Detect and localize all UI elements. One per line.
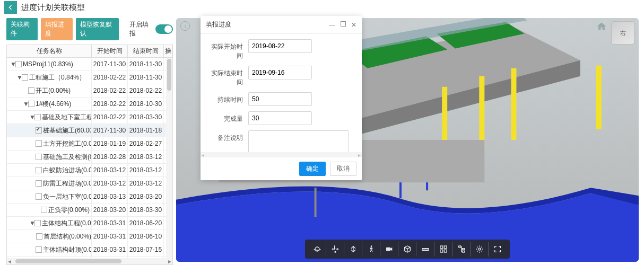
modal-maximize[interactable] bbox=[341, 21, 346, 26]
input-duration[interactable] bbox=[248, 92, 312, 106]
input-start-date[interactable] bbox=[248, 39, 312, 53]
row-start: 2018-03-31 bbox=[92, 243, 128, 256]
row-checkbox[interactable] bbox=[36, 127, 42, 134]
table-row[interactable]: 负一层地下室(0.00%)2018-03-132018-03-20 bbox=[7, 190, 172, 204]
table-row[interactable]: 白蚁防治进场(0.00%)2018-03-122018-03-12 bbox=[7, 164, 172, 177]
row-start: 2018-03-31 bbox=[92, 217, 128, 229]
row-end: 2018-03-30 bbox=[128, 111, 164, 123]
row-checkbox[interactable] bbox=[36, 233, 42, 240]
row-start: 2018-03-12 bbox=[92, 177, 128, 190]
table-row[interactable]: 桩基础施工(60.00%)2017-11-302018-01-18 bbox=[7, 124, 172, 137]
row-checkbox[interactable] bbox=[28, 87, 34, 94]
row-checkbox[interactable] bbox=[28, 101, 34, 107]
tool-fullscreen[interactable] bbox=[489, 242, 507, 257]
row-end: 2018-02-27 bbox=[128, 137, 164, 150]
svg-point-18 bbox=[315, 247, 319, 251]
tool-tree[interactable] bbox=[452, 242, 471, 257]
table-row[interactable]: 正负零(0.00%)2018-03-202018-03-30 bbox=[7, 204, 172, 217]
row-label: 基础及地下室工程(24.19%) bbox=[42, 113, 92, 122]
tool-settings[interactable] bbox=[471, 242, 489, 257]
table-row[interactable]: 开工(0.00%)2018-02-222018-02-22 bbox=[7, 84, 172, 98]
report-switch[interactable] bbox=[155, 24, 173, 34]
table-row[interactable]: 土方开挖施工(0.00%)2018-01-192018-02-27 bbox=[7, 137, 172, 151]
row-start: 2017-11-30 bbox=[92, 124, 128, 137]
input-done[interactable] bbox=[248, 111, 312, 125]
row-label: 土方开挖施工(0.00%) bbox=[43, 139, 92, 148]
input-note[interactable] bbox=[248, 130, 349, 152]
view-cube[interactable]: 右 bbox=[611, 21, 634, 45]
row-toggle[interactable]: ▼ bbox=[23, 100, 28, 108]
tool-orbit[interactable] bbox=[308, 242, 326, 257]
row-checkbox[interactable] bbox=[36, 167, 42, 173]
modal-hscroll[interactable]: ◂▸ bbox=[201, 152, 362, 157]
table-row[interactable]: 首层结构(0.00%)2018-03-312018-06-10 bbox=[7, 230, 172, 243]
table-row[interactable]: 防雷工程进场(0.00%)2018-03-122018-03-12 bbox=[7, 177, 172, 190]
back-button[interactable] bbox=[4, 1, 17, 14]
row-toggle[interactable]: ▼ bbox=[29, 113, 34, 121]
row-start: 2018-02-28 bbox=[92, 151, 128, 163]
grid-hscroll[interactable]: ◂ ▸ bbox=[7, 258, 172, 264]
row-label: 负一层地下室(0.00%) bbox=[43, 192, 92, 201]
table-row[interactable]: ▼工程施工（0.84%）2018-02-222018-11-30 bbox=[7, 71, 172, 84]
modal-cancel[interactable]: 取消 bbox=[330, 162, 356, 176]
row-label: 白蚁防治进场(0.00%) bbox=[43, 166, 92, 175]
svg-rect-23 bbox=[444, 246, 447, 249]
btn-associate[interactable]: 关联构件 bbox=[6, 18, 38, 40]
row-checkbox[interactable] bbox=[36, 193, 42, 200]
tool-zoom[interactable] bbox=[344, 242, 362, 257]
row-checkbox[interactable] bbox=[36, 180, 42, 187]
row-checkbox[interactable] bbox=[15, 61, 22, 67]
row-end: 2018-11-30 bbox=[128, 58, 164, 70]
svg-rect-28 bbox=[462, 251, 464, 252]
row-checkbox[interactable] bbox=[22, 74, 28, 81]
row-toggle[interactable]: ▼ bbox=[29, 219, 34, 227]
table-row[interactable]: ▼主体结构工程(0.00%)2018-03-312018-06-20 bbox=[7, 217, 172, 230]
home-icon[interactable] bbox=[596, 21, 607, 32]
row-start: 2018-03-12 bbox=[92, 164, 128, 176]
grid-vscroll[interactable] bbox=[166, 58, 172, 258]
row-start: 2017-11-30 bbox=[92, 58, 128, 70]
row-checkbox[interactable] bbox=[41, 207, 47, 213]
row-end: 2018-10-30 bbox=[128, 98, 164, 110]
col-other: 操 bbox=[164, 45, 172, 57]
tool-section[interactable] bbox=[398, 242, 416, 257]
row-toggle[interactable]: ▼ bbox=[16, 74, 22, 81]
info-icon[interactable]: i bbox=[180, 21, 190, 31]
table-row[interactable]: ▼基础及地下室工程(24.19%)2018-02-222018-03-30 bbox=[7, 111, 172, 124]
svg-rect-22 bbox=[440, 246, 443, 249]
hscroll-right[interactable]: ▸ bbox=[167, 258, 172, 265]
table-row[interactable]: ▼MSProj11(0.83%)2017-11-302018-11-30 bbox=[7, 58, 172, 71]
modal-ok[interactable]: 确定 bbox=[299, 162, 326, 176]
input-end-date[interactable] bbox=[248, 66, 312, 80]
btn-report[interactable]: 填报进度 bbox=[41, 18, 72, 40]
row-start: 2018-02-22 bbox=[92, 111, 128, 123]
row-end: 2018-03-12 bbox=[128, 151, 164, 163]
svg-point-19 bbox=[370, 245, 372, 247]
row-end: 2018-06-10 bbox=[128, 230, 164, 243]
tool-camera[interactable] bbox=[380, 242, 398, 257]
row-toggle[interactable]: ▼ bbox=[10, 60, 15, 68]
row-start: 2018-02-22 bbox=[92, 84, 128, 97]
modal-close[interactable]: ✕ bbox=[351, 21, 356, 29]
btn-reset-model[interactable]: 模型恢复默认 bbox=[76, 18, 119, 40]
tool-measure[interactable] bbox=[416, 242, 434, 257]
row-end: 2018-01-18 bbox=[128, 124, 164, 137]
label-done: 完成量 bbox=[207, 111, 248, 123]
tool-pan[interactable] bbox=[326, 242, 344, 257]
table-row[interactable]: ▼1#楼(4.66%)2018-02-222018-10-30 bbox=[7, 98, 172, 111]
row-checkbox[interactable] bbox=[34, 114, 41, 120]
svg-rect-8 bbox=[479, 76, 484, 148]
table-row[interactable]: 基础施工及检测(0.00%)2018-02-282018-03-12 bbox=[7, 151, 172, 164]
row-end: 2018-11-30 bbox=[128, 71, 164, 84]
table-row[interactable]: 主体结构封顶(0.00%)2018-03-312018-07-15 bbox=[7, 243, 172, 257]
tool-walk[interactable] bbox=[362, 242, 380, 257]
row-checkbox[interactable] bbox=[36, 246, 42, 253]
row-checkbox[interactable] bbox=[36, 154, 42, 160]
svg-rect-25 bbox=[444, 250, 447, 252]
hscroll-left[interactable]: ◂ bbox=[7, 258, 12, 265]
row-checkbox[interactable] bbox=[36, 140, 42, 147]
row-end: 2018-03-12 bbox=[128, 177, 164, 190]
modal-minimize[interactable]: — bbox=[329, 21, 335, 29]
tool-explode[interactable] bbox=[434, 242, 452, 257]
row-checkbox[interactable] bbox=[34, 220, 41, 226]
